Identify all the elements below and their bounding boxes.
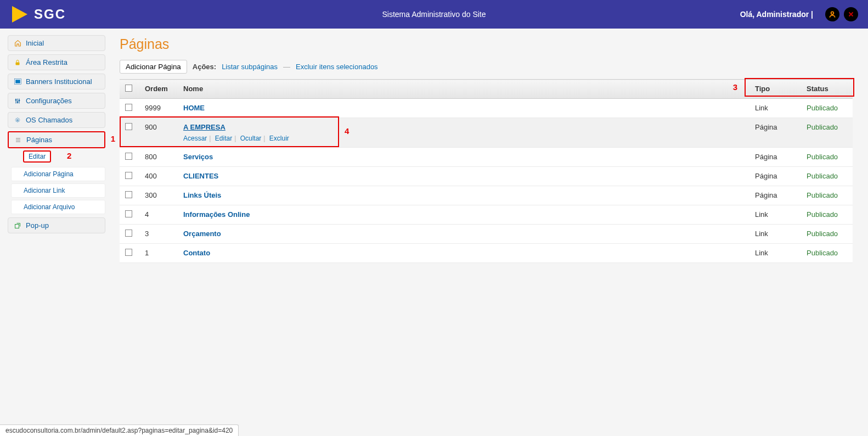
cell-status: Publicado [801, 225, 853, 244]
sidebar-item-inicial[interactable]: Inicial [8, 35, 105, 51]
image-icon [14, 79, 21, 85]
page-name-link[interactable]: Links Úteis [183, 191, 221, 199]
cell-ordem: 9999 [139, 99, 178, 118]
header-subtitle: Sistema Administrativo do Site [382, 10, 486, 19]
svg-rect-3 [15, 80, 20, 83]
page-name-link[interactable]: Informações Online [183, 210, 250, 219]
action-excluir-selecionados[interactable]: Excluir itens selecionados [296, 63, 378, 71]
cell-nome: Contato [178, 244, 749, 263]
sidebar: Inicial Área Restrita Banners Institucio… [0, 29, 108, 274]
actions-bar: Adicionar Página Ações: Listar subpágina… [120, 60, 853, 74]
svg-rect-1 [16, 62, 20, 65]
annotation-4: 4 [345, 126, 349, 136]
row-checkbox[interactable] [125, 153, 132, 160]
logo-text: SGC [34, 7, 66, 22]
cell-tipo: Página [749, 186, 801, 205]
sidebar-item-config[interactable]: Configurações [8, 93, 105, 109]
th-ordem[interactable]: Ordem [139, 80, 178, 99]
row-checkbox[interactable] [125, 230, 132, 237]
popup-icon [14, 222, 21, 229]
cell-ordem: 3 [139, 225, 178, 244]
sidebar-item-popup[interactable]: Pop-up [8, 217, 105, 233]
table-row: 1 Contato Link Publicado [120, 244, 853, 263]
cell-nome: CLIENTES [178, 167, 749, 186]
annotation-2: 2 [67, 151, 71, 160]
sidebar-item-label: Inicial [26, 39, 44, 47]
cell-status: Publicado [801, 118, 853, 148]
main-content: Páginas Adicionar Página Ações: Listar s… [108, 29, 868, 274]
cell-status: Publicado [801, 148, 853, 167]
subnav-editar[interactable]: Editar [23, 150, 51, 163]
row-checkbox[interactable] [125, 172, 132, 179]
svg-point-4 [15, 99, 16, 100]
highlight-box-4 [120, 116, 339, 147]
user-icon[interactable] [825, 7, 839, 21]
cell-ordem: 4 [139, 205, 178, 225]
row-checkbox[interactable] [125, 104, 132, 111]
sidebar-item-label: Banners Institucional [26, 77, 92, 86]
cell-ordem: 400 [139, 167, 178, 186]
cell-nome: HOME [178, 99, 749, 118]
close-icon[interactable] [844, 7, 858, 21]
subnav-add-pagina[interactable]: Adicionar Página [11, 167, 105, 181]
cell-tipo: Link [749, 205, 801, 225]
sidebar-item-label: Área Restrita [26, 58, 67, 66]
row-checkbox[interactable] [125, 191, 132, 198]
svg-point-0 [831, 12, 834, 14]
svg-point-6 [19, 100, 20, 101]
sidebar-item-area-restrita[interactable]: Área Restrita [8, 54, 105, 70]
gear-icon [14, 117, 21, 124]
pages-table: Ordem Nome Tipo Status 9999 HOME Link Pu… [120, 79, 853, 263]
cell-nome: Serviços [178, 148, 749, 167]
page-name-link[interactable]: Orçamento [183, 230, 221, 238]
table-row: 800 Serviços Página Publicado [120, 148, 853, 167]
cell-ordem: 800 [139, 148, 178, 167]
cell-nome: Links Úteis [178, 186, 749, 205]
cell-tipo: Página [749, 167, 801, 186]
th-nome[interactable]: Nome [178, 80, 749, 99]
page-name-link[interactable]: Contato [183, 249, 210, 257]
row-checkbox[interactable] [125, 249, 132, 256]
sidebar-item-banners[interactable]: Banners Institucional [8, 74, 105, 90]
list-icon [14, 137, 22, 143]
action-listar-subpaginas[interactable]: Listar subpáginas [222, 63, 278, 71]
highlight-box-3 [745, 78, 854, 97]
svg-point-7 [16, 119, 19, 121]
lock-icon [14, 59, 21, 66]
sidebar-item-label: Pop-up [26, 221, 49, 230]
home-icon [14, 40, 21, 47]
sidebar-item-os-chamados[interactable]: OS Chamados [8, 112, 105, 128]
greeting: Olá, Administrador | [740, 10, 813, 19]
cell-status: Publicado [801, 205, 853, 225]
logo: SGC [0, 6, 66, 23]
page-name-link[interactable]: Serviços [183, 153, 213, 161]
separator: — [283, 63, 290, 71]
cell-tipo: Link [749, 225, 801, 244]
annotation-3: 3 [733, 82, 737, 92]
cell-tipo: Página [749, 148, 801, 167]
svg-point-5 [17, 102, 18, 103]
cell-tipo: Página [749, 118, 801, 148]
app-header: SGC Sistema Administrativo do Site Olá, … [0, 0, 868, 29]
subnav-add-arquivo[interactable]: Adicionar Arquivo [11, 200, 105, 214]
cell-tipo: Link [749, 244, 801, 263]
sidebar-item-label: Configurações [26, 97, 72, 105]
cell-status: Publicado [801, 167, 853, 186]
subnav-add-link[interactable]: Adicionar Link [11, 183, 105, 198]
sidebar-item-paginas[interactable]: Páginas [8, 131, 105, 148]
add-page-button[interactable]: Adicionar Página [120, 60, 187, 74]
table-row: 3 Orçamento Link Publicado [120, 225, 853, 244]
sidebar-subnav-paginas: Editar 2 Adicionar Página Adicionar Link… [11, 150, 105, 214]
cell-ordem: 300 [139, 186, 178, 205]
select-all-checkbox[interactable] [125, 85, 132, 92]
page-name-link[interactable]: HOME [183, 104, 205, 112]
actions-label: Ações: [193, 63, 216, 71]
cell-status: Publicado [801, 244, 853, 263]
cell-nome: Orçamento [178, 225, 749, 244]
cell-ordem: 1 [139, 244, 178, 263]
table-row: 9999 HOME Link Publicado [120, 99, 853, 118]
page-name-link[interactable]: CLIENTES [183, 172, 218, 180]
table-row: 400 CLIENTES Página Publicado [120, 167, 853, 186]
page-title: Páginas [120, 36, 853, 52]
row-checkbox[interactable] [125, 210, 132, 217]
